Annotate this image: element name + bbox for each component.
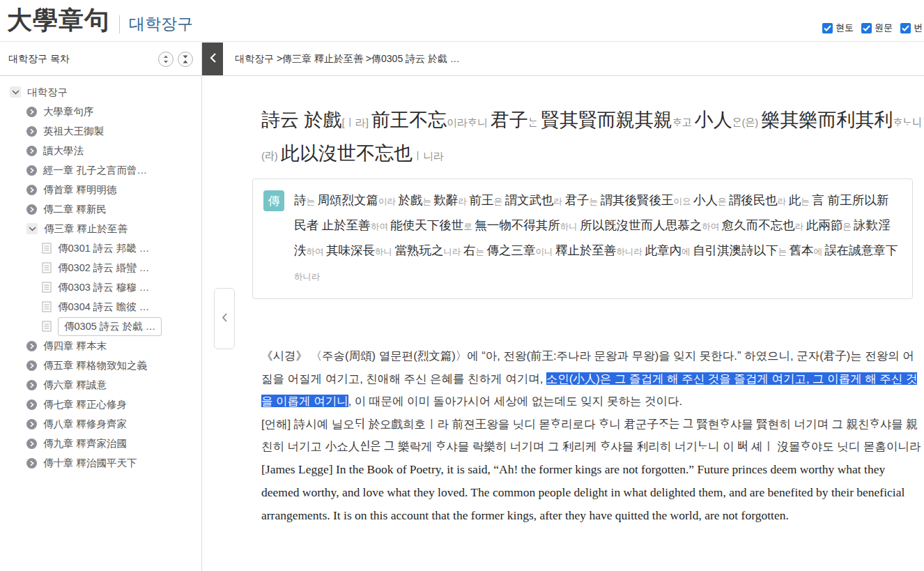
korean-translation: 《시경》 〈주송(周頌) 열문편(烈文篇)〉에 “아, 전왕(前王:주나라 문왕… (261, 344, 924, 413)
toc-item-label: 傳九章 釋齊家治國 (43, 437, 127, 450)
passage-original-text: 詩云 於戲[ㅣ라] 前王不忘이라ᄒᆞ니 君子ᄂᆞᆫ 賢其賢而親其親ᄒᆞ고 小人ᄋ… (261, 105, 923, 172)
text-segment: 謂文武也 (505, 193, 553, 207)
toc-item[interactable]: 傳十章 釋治國平天下 (0, 453, 201, 473)
hyeonto-annotation: 은 (493, 197, 505, 206)
hyeonto-annotation: 하니라 (616, 247, 645, 257)
toggle-wonmun[interactable]: 원문 (861, 22, 893, 34)
eonhae-translation: [언해] 詩시예 닐오ᄃᆡ 於오戲희호ㅣ라 前젼王왕을 닛디 몯ᄒᆞ리로다 ᄒᆞ… (261, 413, 924, 458)
checkbox-checked-icon[interactable] (900, 23, 911, 33)
checkbox-checked-icon[interactable] (822, 23, 833, 33)
toc-item[interactable]: 英祖大王御製 (0, 121, 201, 141)
circle-arrow-icon[interactable] (26, 341, 37, 351)
circle-arrow-icon[interactable] (26, 204, 37, 215)
toc-sidebar: 대학장구 목차 대학장구大學章句序英祖大王御製讀大學法經一章 孔子之言而曾…傳首… (0, 43, 202, 571)
circle-arrow-icon[interactable] (26, 380, 37, 390)
text-segment: 前王不忘 (371, 109, 447, 130)
toggle-beon[interactable]: 번 (900, 22, 923, 34)
doc-icon[interactable] (42, 301, 52, 312)
text-segment: 小人 (693, 193, 718, 207)
text-segment: 釋止於至善 (555, 243, 617, 257)
circle-arrow-icon[interactable] (26, 146, 37, 156)
toc-item[interactable]: 傳二章 釋新民 (0, 199, 201, 219)
toc-sidebar-header: 대학장구 목차 (0, 43, 201, 76)
toc-item[interactable]: 傳四章 釋本末 (0, 336, 201, 356)
chevron-down-icon[interactable] (26, 223, 38, 234)
circle-arrow-icon[interactable] (26, 419, 37, 429)
doc-icon[interactable] (42, 282, 52, 293)
hyeonto-annotation: 이라ᄒᆞ니 (447, 116, 491, 128)
text-segment: 其味深長 (326, 243, 375, 257)
hyeonto-annotation: 하여 (702, 222, 721, 231)
text-segment: 詩云 於戲 (261, 109, 342, 130)
commentary-badge: 傳 (263, 190, 284, 211)
toc-item-selected[interactable]: 傳0305 詩云 於戱 … (0, 317, 201, 336)
hyeonto-annotation: 는 (307, 197, 318, 206)
hyeonto-annotation: ᄋᆞᆫ(은) (732, 116, 762, 128)
toc-item[interactable]: 大學章句序 (0, 102, 201, 121)
toc-item-label: 傳首章 釋明明德 (43, 183, 117, 197)
toc-item-label: 傳0304 詩云 瞻彼 … (58, 300, 149, 314)
circle-arrow-icon[interactable] (26, 399, 37, 410)
text-segment: 無一物不得其所 (475, 218, 560, 232)
collapse-all-icon[interactable] (178, 52, 193, 67)
text-segment: 賢其賢而親其親 (541, 109, 672, 130)
text-segment: 前王 (469, 193, 493, 207)
hyeonto-annotation: 에 (813, 247, 824, 257)
hyeonto-annotation: 하니라 (294, 272, 321, 282)
display-toggles: 현토 원문 번 (822, 22, 923, 34)
toc-item-label: 傳0302 詩云 緡蠻 … (58, 261, 149, 275)
title-divider (119, 15, 120, 33)
toc-item[interactable]: 傳六章 釋誠意 (0, 375, 201, 395)
circle-arrow-icon[interactable] (26, 439, 37, 449)
hyeonto-annotation: 은 (842, 222, 854, 231)
doc-icon[interactable] (42, 321, 52, 332)
toc-item[interactable]: 傳五章 釋格物致知之義 (0, 356, 201, 375)
toc-item[interactable]: 傳首章 釋明明德 (0, 180, 201, 199)
toc-item[interactable]: 傳0304 詩云 瞻彼 … (0, 297, 201, 317)
doc-icon[interactable] (42, 262, 52, 273)
text-segment: 小人 (695, 109, 732, 130)
toc-item-label: 대학장구 (27, 86, 68, 99)
toc-item[interactable]: 傳八章 釋修身齊家 (0, 414, 201, 434)
text-segment: 此 (789, 193, 801, 207)
checkbox-checked-icon[interactable] (861, 23, 872, 33)
toc-item-label: 傳七章 釋正心修身 (43, 398, 127, 411)
hyeonto-annotation: ᄂᆞᆫ (528, 116, 541, 128)
doc-icon[interactable] (42, 243, 52, 254)
text-segment: 當熟玩之 (394, 243, 443, 257)
toc-item[interactable]: 傳0303 詩云 穆穆 … (0, 277, 201, 297)
text-segment: 能使天下後世 (390, 218, 463, 232)
toc-item[interactable]: 傳0302 詩云 緡蠻 … (0, 258, 201, 277)
expand-all-icon[interactable] (158, 52, 174, 67)
text-segment: 此兩節 (806, 218, 843, 232)
breadcrumb[interactable]: 대학장구 >傳三章 釋止於至善 >傳0305 詩云 於戱 … (235, 43, 460, 75)
toc-item[interactable]: 傳0301 詩云 邦畿 … (0, 238, 201, 258)
hyeonto-annotation: 라 (458, 197, 469, 206)
circle-arrow-icon[interactable] (26, 458, 37, 469)
toc-item[interactable]: 讀大學法 (0, 141, 201, 160)
text-segment: 於戲 (398, 193, 422, 207)
circle-arrow-icon[interactable] (26, 107, 37, 117)
toc-item[interactable]: 傳九章 釋齊家治國 (0, 434, 201, 453)
circle-arrow-icon[interactable] (26, 126, 37, 137)
chevron-down-icon[interactable] (10, 86, 21, 98)
circle-arrow-icon[interactable] (26, 360, 37, 371)
toc-item-label: 大學章句序 (43, 105, 94, 119)
toc-item[interactable]: 傳三章 釋止於至善 (0, 219, 201, 238)
text-segment: 自引淇澳詩以下 (693, 243, 778, 257)
toc-item-label: 傳十章 釋治國平天下 (43, 457, 137, 470)
toggle-hyeonto[interactable]: 현토 (822, 22, 854, 34)
hyeonto-annotation: 는 (778, 247, 789, 257)
hyeonto-annotation: 는 (589, 197, 600, 206)
circle-arrow-icon[interactable] (26, 165, 37, 176)
toc-item-label: 傳0305 詩云 於戱 … (58, 317, 162, 336)
toggle-wonmun-label: 원문 (875, 22, 893, 34)
toc-item-label: 傳四章 釋本末 (43, 340, 107, 353)
toc-item[interactable]: 대학장구 (0, 82, 201, 102)
toc-item-label: 傳八章 釋修身齊家 (43, 418, 127, 431)
back-button[interactable] (202, 43, 223, 75)
toc-item[interactable]: 經一章 孔子之言而曾… (0, 160, 201, 180)
toc-item[interactable]: 傳七章 釋正心修身 (0, 395, 201, 414)
sidebar-collapse-handle[interactable] (214, 288, 235, 349)
circle-arrow-icon[interactable] (26, 185, 37, 195)
